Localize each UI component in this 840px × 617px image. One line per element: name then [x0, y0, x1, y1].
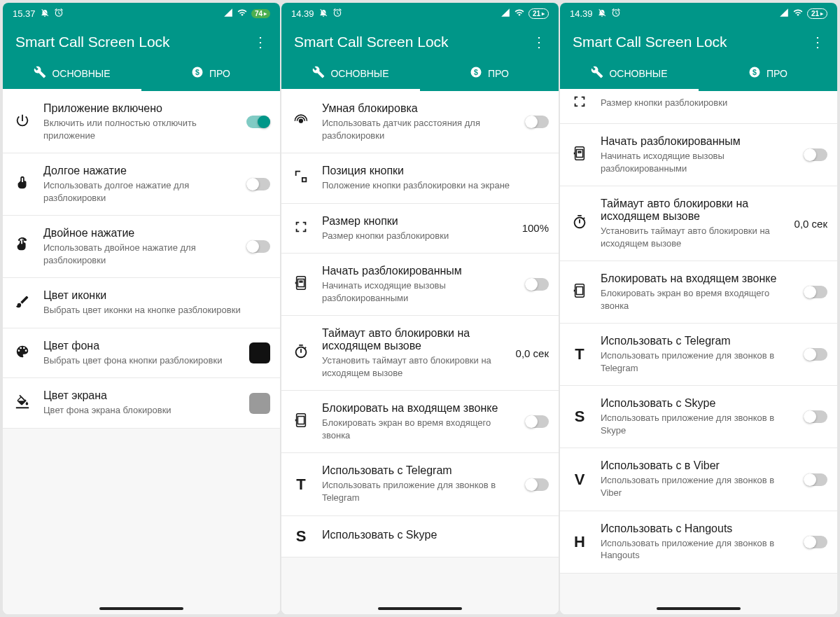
settings-item[interactable]: Таймаут авто блокировки на исходящем выз…: [560, 186, 837, 261]
toggle-switch[interactable]: [804, 536, 827, 548]
settings-item[interactable]: H Использовать с Hangouts Использовать п…: [560, 511, 837, 574]
nav-handle[interactable]: [657, 607, 741, 610]
setting-subtitle: Включить или полностью отключить приложе…: [43, 117, 235, 141]
setting-title: Двойное нажатие: [43, 227, 235, 240]
settings-item[interactable]: Двойное нажатие Использовать двойное наж…: [3, 216, 280, 278]
settings-list[interactable]: Умная блокировка Использовать датчик рас…: [281, 91, 559, 614]
app-bar: Smart Call Screen Lock ⋮: [560, 24, 837, 57]
signal-icon: [779, 8, 789, 20]
settings-list[interactable]: Приложение включено Включить или полност…: [3, 91, 280, 614]
color-swatch[interactable]: [249, 342, 270, 363]
settings-item[interactable]: Приложение включено Включить или полност…: [3, 91, 280, 153]
toggle-switch[interactable]: [525, 116, 549, 128]
settings-item[interactable]: T Использовать с Telegram Использовать п…: [281, 453, 559, 515]
battery-indicator: 21▸: [528, 8, 549, 19]
overflow-menu-button[interactable]: ⋮: [532, 34, 546, 50]
settings-item[interactable]: Начать разблокированным Начинать исходящ…: [560, 124, 837, 186]
wifi-icon: [514, 8, 524, 20]
nav-handle[interactable]: [378, 607, 462, 610]
tab-pro[interactable]: $ ПРО: [141, 57, 280, 91]
toggle-switch[interactable]: [246, 178, 270, 190]
settings-item[interactable]: S Использовать с Skype Использовать прил…: [560, 386, 837, 448]
setting-title: Начать разблокированным: [601, 135, 792, 148]
tab-pro[interactable]: $ ПРО: [420, 57, 559, 91]
timer-icon: [293, 344, 309, 362]
settings-item[interactable]: Размер кнопки разблокировки: [560, 91, 837, 124]
lockphone-icon: [293, 413, 309, 431]
settings-item[interactable]: Блокировать на входящем звонке Блокирова…: [281, 391, 559, 453]
settings-item[interactable]: Цвет фона Выбрать цвет фона кнопки разбл…: [3, 328, 280, 379]
toggle-switch[interactable]: [804, 148, 827, 161]
toggle-switch[interactable]: [246, 116, 270, 128]
settings-item[interactable]: Цвет экрана Цвет фона экрана блокировки: [3, 378, 280, 429]
color-swatch[interactable]: [249, 393, 270, 414]
settings-item[interactable]: T Использовать с Telegram Использовать п…: [560, 324, 837, 386]
toggle-switch[interactable]: [246, 240, 270, 253]
setting-title: Размер кнопки: [322, 215, 511, 228]
setting-subtitle: Использовать приложение для звонков в Te…: [601, 349, 792, 374]
setting-subtitle: Блокировать экран во время входящего зво…: [601, 287, 792, 312]
tab-main[interactable]: ОСНОВНЫЕ: [560, 57, 699, 91]
battery-indicator: 21▸: [807, 8, 827, 19]
letter-icon: H: [574, 533, 585, 551]
settings-list[interactable]: Размер кнопки разблокировки Начать разбл…: [560, 91, 837, 614]
settings-item[interactable]: Начать разблокированным Начинать исходящ…: [281, 254, 559, 316]
settings-item[interactable]: V Использовать с в Viber Использовать пр…: [560, 448, 837, 511]
setting-subtitle: Начинать исходящие вызовы разблокированн…: [601, 150, 792, 174]
status-bar: 14.39 21▸: [560, 3, 837, 24]
status-bar: 15.37 74▸: [3, 3, 280, 24]
svg-text:$: $: [474, 68, 478, 76]
doubletap-icon: [15, 237, 30, 256]
tab-main[interactable]: ОСНОВНЫЕ: [3, 57, 141, 91]
setting-value: 0,0 сек: [516, 347, 549, 359]
toggle-switch[interactable]: [525, 278, 549, 291]
setting-title: Цвет экрана: [43, 389, 238, 402]
toggle-switch[interactable]: [804, 286, 827, 298]
app-title: Smart Call Screen Lock: [15, 34, 170, 50]
bell-off-icon: [40, 8, 50, 20]
unlockphone-icon: [293, 275, 309, 293]
setting-title: Цвет фона: [43, 340, 238, 352]
app-bar: Smart Call Screen Lock ⋮: [3, 24, 280, 57]
bell-off-icon: [318, 8, 328, 20]
phone-screen-2: 14.39 21▸ Smart Call Screen Lock ⋮ ОСНОВ…: [281, 3, 559, 614]
tab-bar: ОСНОВНЫЕ $ ПРО: [560, 57, 837, 91]
setting-subtitle: Использовать приложение для звонков в Te…: [322, 479, 514, 504]
setting-subtitle: Использовать приложение для звонков в Sk…: [601, 412, 792, 436]
overflow-menu-button[interactable]: ⋮: [811, 34, 825, 50]
alarm-icon: [332, 8, 342, 20]
setting-title: Использовать с Telegram: [601, 335, 792, 347]
toggle-switch[interactable]: [804, 348, 827, 361]
nav-handle[interactable]: [99, 607, 183, 610]
setting-title: Приложение включено: [43, 102, 235, 115]
setting-subtitle: Цвет фона экрана блокировки: [43, 404, 238, 417]
settings-item[interactable]: Умная блокировка Использовать датчик рас…: [281, 91, 559, 153]
settings-item[interactable]: Размер кнопки Размер кнопки разблокировк…: [281, 204, 559, 254]
setting-subtitle: Использовать датчик расстояния для разбл…: [322, 117, 514, 141]
tab-pro[interactable]: $ ПРО: [699, 57, 837, 91]
tab-main-label: ОСНОВНЫЕ: [330, 68, 388, 79]
tab-bar: ОСНОВНЫЕ $ ПРО: [3, 57, 280, 91]
settings-item[interactable]: Позиция кнопки Положение кнопки разблоки…: [281, 153, 559, 204]
settings-item[interactable]: S Использовать с Skype: [281, 516, 559, 557]
toggle-switch[interactable]: [525, 415, 549, 428]
overflow-menu-button[interactable]: ⋮: [253, 34, 267, 50]
toggle-switch[interactable]: [525, 478, 549, 491]
tab-main[interactable]: ОСНОВНЫЕ: [281, 57, 420, 91]
status-time: 14.39: [291, 8, 314, 19]
wrench-icon: [34, 66, 46, 81]
settings-item[interactable]: Таймаут авто блокировки на исходящем выз…: [281, 316, 559, 391]
settings-item[interactable]: Цвет иконки Выбрать цвет иконки на кнопк…: [3, 278, 280, 328]
settings-item[interactable]: Блокировать на входящем звонке Блокирова…: [560, 261, 837, 324]
setting-subtitle: Использовать долгое нажатие для разблоки…: [43, 179, 235, 204]
setting-subtitle: Положение кнопки разблокировки на экране: [322, 179, 549, 192]
phone-screen-3: 14.39 21▸ Smart Call Screen Lock ⋮ ОСНОВ…: [560, 3, 837, 614]
setting-subtitle: Использовать двойное нажатие для разблок…: [43, 242, 235, 266]
toggle-switch[interactable]: [804, 410, 827, 423]
setting-subtitle: Использовать приложение для звонков в Ha…: [601, 537, 792, 562]
toggle-switch[interactable]: [804, 473, 827, 486]
dollar-icon: $: [191, 66, 204, 81]
settings-item[interactable]: Долгое нажатие Использовать долгое нажат…: [3, 153, 280, 216]
expand-icon: [293, 219, 309, 237]
unlockphone-icon: [572, 146, 587, 164]
